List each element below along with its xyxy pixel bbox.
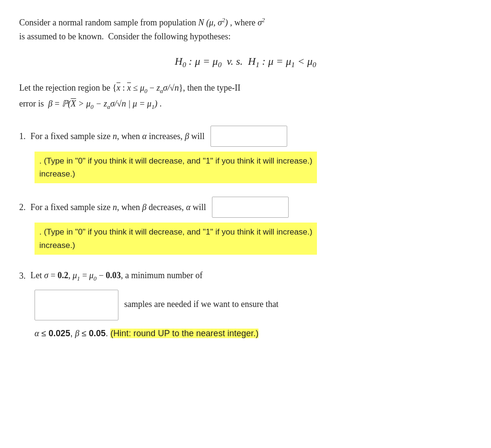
- q3-hint: (Hint: round UP to the nearest integer.): [110, 329, 258, 338]
- hypothesis-display: H0 : μ = μ0 v. s. H1 : μ = μ1 < μ0: [19, 55, 472, 69]
- q1-number: 1.: [19, 129, 26, 144]
- question-1-row: 1. For a fixed sample size n, when α inc…: [19, 126, 472, 147]
- q3-text: Let σ = 0.2, μ1 = μ0 − 0.03, a minimum n…: [31, 268, 203, 284]
- q3-samples-text: samples are needed if we want to ensure …: [124, 299, 279, 309]
- population-notation: N (μ, σ2): [198, 18, 230, 27]
- q2-text: For a fixed sample size n, when β decrea…: [31, 200, 206, 215]
- q3-number: 3.: [19, 269, 26, 283]
- question-3-row: 3. Let σ = 0.2, μ1 = μ0 − 0.03, a minimu…: [19, 268, 472, 284]
- q2-answer-input[interactable]: [212, 197, 289, 218]
- q1-text: For a fixed sample size n, when α increa…: [31, 129, 205, 144]
- q1-hint: . (Type in "0" if you think it will decr…: [35, 152, 317, 183]
- q2-hint: . (Type in "0" if you think it will decr…: [35, 223, 317, 254]
- question-1-block: 1. For a fixed sample size n, when α inc…: [19, 126, 472, 188]
- intro-paragraph: Consider a normal random sample from pop…: [19, 15, 472, 44]
- rejection-paragraph: Let the rejection region be {x : x ≤ μ0 …: [19, 81, 472, 112]
- q2-number: 2.: [19, 200, 26, 215]
- q3-last-line: α ≤ 0.025, β ≤ 0.05. (Hint: round UP to …: [35, 326, 472, 341]
- question-3-block: 3. Let σ = 0.2, μ1 = μ0 − 0.03, a minimu…: [19, 268, 472, 341]
- question-2-row: 2. For a fixed sample size n, when β dec…: [19, 197, 472, 218]
- q1-answer-input[interactable]: [210, 126, 287, 147]
- main-content: Consider a normal random sample from pop…: [19, 15, 472, 341]
- q3-answer-input[interactable]: [35, 290, 118, 320]
- question-2-block: 2. For a fixed sample size n, when β dec…: [19, 197, 472, 259]
